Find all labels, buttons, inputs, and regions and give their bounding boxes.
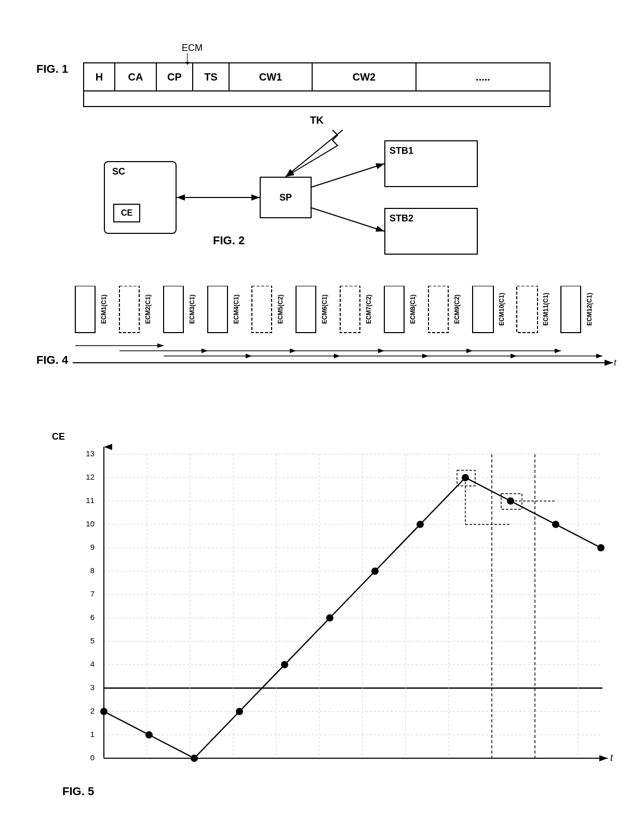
chart-svg: t 0 1 2 3 4 5 6 7 8 9 10 11 12 13 [73,431,613,774]
cell-cp: CP [157,63,193,90]
svg-point-89 [145,731,153,738]
svg-point-98 [552,521,559,528]
svg-text:10: 10 [86,519,95,528]
fig5-section: FIG. 5 CE [21,411,623,795]
fig4-label: FIG. 4 [36,353,68,367]
svg-rect-17 [296,286,316,333]
tk-brace-container: TK [83,91,551,126]
cell-dots: ..... [417,63,549,90]
svg-point-90 [191,755,198,762]
fig2-section: SC CE SP STB1 STB2 [21,130,623,265]
svg-rect-19 [340,286,360,333]
svg-text:t: t [610,753,613,763]
svg-text:ECM1(C1): ECM1(C1) [100,295,108,324]
svg-point-92 [281,661,288,668]
svg-text:t: t [614,358,616,367]
svg-text:9: 9 [90,543,95,551]
tk-brace [83,91,551,112]
stb1-label: STB1 [390,146,413,156]
svg-text:ECM12(C1): ECM12(C1) [586,293,593,325]
svg-line-3 [312,164,384,187]
fig1-row: H CA CP TS CW1 CW2 ..... [83,62,551,91]
cell-ca: CA [115,63,157,90]
ecm-arrow [187,53,187,62]
svg-rect-9 [119,286,139,333]
svg-line-4 [312,208,384,231]
svg-point-94 [371,568,379,575]
cell-cw1: CW1 [230,63,313,90]
svg-rect-15 [252,286,272,333]
fig4-section: FIG. 4 ECM1(C1) ECM2(C1) ECM3( [21,281,623,395]
tk-brace-line [83,91,551,107]
svg-text:3: 3 [90,683,95,692]
svg-rect-23 [428,286,448,333]
ecm-sequence-svg: ECM1(C1) ECM2(C1) ECM3(C1) ECM4(C1) ECM5… [73,286,618,369]
fig1-label: FIG. 1 [36,62,68,76]
ce-box: CE [113,204,140,222]
svg-text:8: 8 [90,566,95,575]
svg-text:13: 13 [86,449,95,458]
svg-text:0: 0 [90,753,95,762]
fig2-label: FIG. 2 [213,234,245,247]
svg-rect-21 [384,286,404,333]
sp-box: SP [260,177,312,218]
svg-rect-29 [561,286,581,333]
ecm-sequence: ECM1(C1) ECM2(C1) ECM3(C1) ECM4(C1) ECM5… [73,286,618,369]
svg-rect-7 [75,286,95,333]
tk-label: TK [83,114,551,126]
svg-text:ECM6(C1): ECM6(C1) [321,295,328,324]
svg-line-5 [286,130,343,177]
svg-text:7: 7 [90,589,95,598]
svg-text:12: 12 [86,472,95,481]
svg-rect-13 [208,286,227,333]
fig1-container: FIG. 1 ECM H CA CP TS CW1 CW2 ..... TK [21,21,623,91]
ce-axis-label: CE [52,431,65,442]
svg-text:ECM8(C1): ECM8(C1) [409,295,417,324]
svg-rect-25 [473,286,493,333]
svg-point-93 [326,614,333,622]
svg-text:11: 11 [86,496,95,505]
svg-text:ECM3(C1): ECM3(C1) [189,295,196,324]
svg-point-88 [100,708,108,715]
svg-point-91 [236,708,243,715]
svg-text:6: 6 [90,613,95,622]
chart-area: t 0 1 2 3 4 5 6 7 8 9 10 11 12 13 [73,431,613,774]
cell-ts: TS [193,63,230,90]
svg-text:5: 5 [90,636,95,645]
fig5-label: FIG. 5 [62,785,94,798]
sc-label: SC [112,166,125,177]
svg-rect-11 [164,286,183,333]
svg-text:ECM4(C1): ECM4(C1) [233,295,240,324]
svg-text:1: 1 [90,730,95,738]
cell-h: H [84,63,115,90]
svg-text:ECM2(C1): ECM2(C1) [144,295,152,324]
svg-text:4: 4 [90,659,95,668]
stb2-label: STB2 [390,213,413,224]
svg-text:ECM5(C2): ECM5(C2) [277,295,284,324]
svg-text:ECM9(C2): ECM9(C2) [453,295,461,324]
stb1-box: STB1 [384,140,478,187]
svg-rect-27 [517,286,538,333]
svg-text:ECM11(C1): ECM11(C1) [542,293,549,325]
svg-text:ECM7(C2): ECM7(C2) [365,295,372,324]
page: FIG. 1 ECM H CA CP TS CW1 CW2 ..... TK S… [0,0,644,818]
svg-text:2: 2 [90,706,95,715]
svg-text:ECM10(C1): ECM10(C1) [498,293,505,325]
sc-box: SC CE [104,161,177,234]
svg-point-95 [417,521,424,528]
ecm-label: ECM [182,43,203,54]
cell-cw2: CW2 [313,63,417,90]
svg-point-99 [597,544,605,551]
stb2-box: STB2 [384,208,478,255]
